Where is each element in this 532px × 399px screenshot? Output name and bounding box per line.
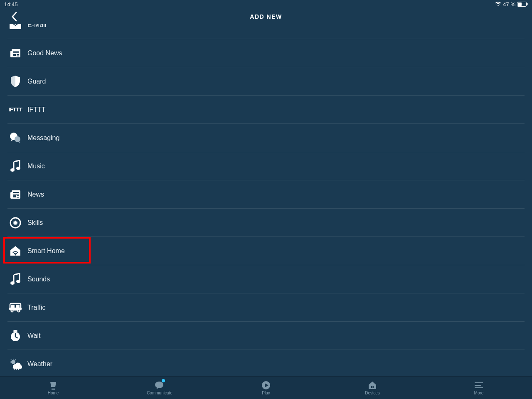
tab-label: Home [48,391,59,395]
more-tab-icon [474,381,483,390]
list-item-label: Weather [27,360,52,368]
tab-more[interactable]: More [426,377,532,399]
list-item-label: Messaging [27,134,59,142]
tab-home[interactable]: Home [0,377,106,399]
ifttt-icon: IFTTT [7,106,23,113]
svg-rect-48 [52,389,55,390]
back-button[interactable] [8,11,20,22]
music-icon [7,273,23,286]
list-item[interactable]: IFTTTIFTTT [7,96,525,124]
svg-rect-1 [518,2,522,6]
svg-point-36 [18,310,20,311]
list-item[interactable]: Weather [7,350,525,376]
list-item[interactable]: Skills [7,209,525,237]
svg-rect-25 [14,222,17,224]
tab-label: More [474,391,484,395]
svg-rect-20 [17,195,19,196]
svg-line-45 [16,368,17,369]
svg-point-26 [15,254,16,255]
email-icon [7,24,23,30]
list-item-label: Traffic [27,304,46,311]
svg-rect-8 [13,54,16,56]
svg-line-46 [18,368,19,369]
list-item-label: Music [27,163,45,170]
svg-line-43 [15,360,16,360]
svg-rect-16 [10,192,12,199]
svg-rect-30 [11,305,15,308]
tab-communicate[interactable]: Communicate [106,377,213,399]
status-time: 14:45 [4,1,18,7]
list-item[interactable]: Guard [7,67,525,96]
wifi-icon [495,2,501,7]
tab-bar: HomeCommunicatePlayDevicesMore [0,376,532,399]
status-bar: 14:45 47 % [0,0,532,8]
wait-icon [7,330,23,342]
play-tab-icon [261,381,271,390]
svg-rect-7 [13,52,19,53]
svg-rect-2 [527,3,528,5]
devices-tab-icon [368,381,377,390]
svg-point-39 [11,360,15,364]
traffic-icon [7,302,23,313]
list-item[interactable]: E-Mail [7,24,525,39]
header: ADD NEW [0,8,532,25]
skills-icon [7,217,23,229]
list-item[interactable]: Traffic [7,293,525,322]
list-item-label: News [27,191,44,198]
messaging-icon [7,132,23,144]
list-item[interactable]: Smart Home [7,237,525,265]
svg-rect-9 [17,54,19,55]
home-tab-icon [49,381,57,390]
svg-rect-55 [475,387,483,388]
svg-rect-53 [475,382,483,383]
list-item-label: Sounds [27,276,50,283]
list-item[interactable]: News [7,180,525,209]
tab-devices[interactable]: Devices [319,377,426,399]
list-item-label: IFTTT [27,106,46,113]
svg-point-28 [16,280,20,283]
svg-point-14 [16,167,20,170]
status-right: 47 % [495,1,528,7]
list-item[interactable]: Sounds [7,265,525,293]
svg-rect-19 [13,195,16,197]
weather-icon [7,358,23,370]
newspaper-icon [7,190,23,200]
tab-label: Devices [365,391,380,395]
svg-point-13 [10,168,15,172]
battery-icon [517,2,528,7]
svg-point-27 [10,281,15,285]
svg-rect-5 [10,51,12,57]
svg-rect-51 [371,386,372,388]
tab-label: Play [262,391,270,395]
svg-line-42 [11,360,12,360]
svg-point-12 [15,136,20,142]
list-item[interactable]: Messaging [7,124,525,152]
svg-rect-17 [13,192,19,193]
svg-rect-54 [475,385,481,386]
chevron-left-icon [11,12,17,22]
svg-rect-6 [13,51,19,52]
list-item-label: Smart Home [27,247,65,255]
list-item-label: Guard [27,78,46,85]
list-item[interactable]: Wait [7,322,525,350]
svg-point-49 [155,382,163,388]
music-icon [7,160,23,172]
list-item-label: Good News [27,49,62,57]
shield-icon [7,75,23,88]
svg-rect-21 [17,197,19,197]
add-new-list: E-MailGood NewsGuardIFTTTIFTTTMessagingM… [0,24,532,376]
list-item-label: Skills [27,219,43,227]
svg-line-44 [14,368,15,369]
tab-label: Communicate [147,391,172,395]
svg-rect-32 [9,308,22,310]
list-item[interactable]: Good News [7,39,525,67]
page-title: ADD NEW [250,13,282,20]
tab-play[interactable]: Play [213,377,319,399]
svg-rect-47 [52,388,55,389]
newspaper-icon [7,48,23,58]
svg-rect-18 [13,194,19,195]
list-item[interactable]: Music [7,152,525,180]
svg-rect-31 [16,305,20,308]
smarthome-icon [7,245,23,257]
list-item-label: E-Mail [27,24,46,29]
